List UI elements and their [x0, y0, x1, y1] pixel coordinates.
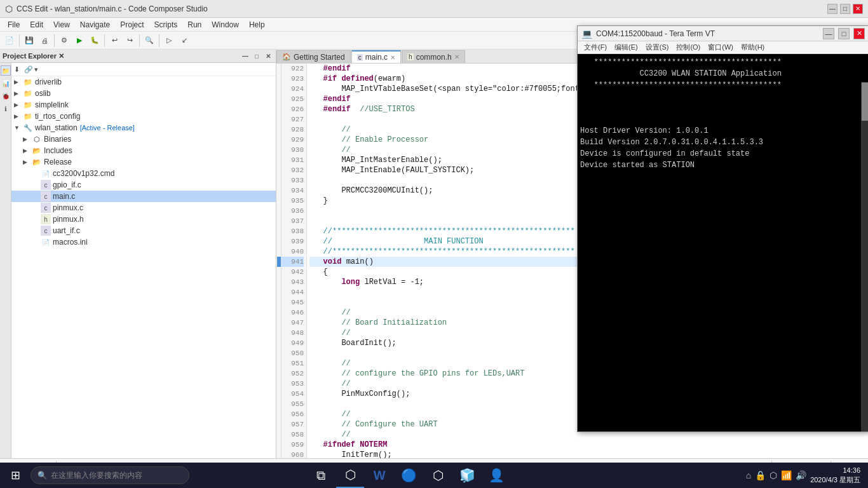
tab-common-h[interactable]: h common.h ✕ — [402, 50, 465, 63]
taskbar-app4[interactable]: 👤 — [482, 463, 510, 488]
time-display: 14:36 2020/4/3 星期五 — [810, 466, 860, 485]
menu-navigate[interactable]: Navigate — [75, 19, 115, 30]
tree-item-includes[interactable]: ▶ 📂 Includes — [11, 145, 276, 156]
tt-maximize[interactable]: □ — [838, 28, 850, 39]
menu-scripts[interactable]: Scripts — [149, 19, 183, 30]
tt-menu-settings[interactable]: 设置(S) — [642, 42, 673, 53]
tab-getting-started[interactable]: 🏠 Getting Started — [276, 50, 351, 63]
tree-arrow: ▶ — [23, 136, 32, 142]
tree-item-cc3200[interactable]: ▶ 📄 cc3200v1p32.cmd — [11, 168, 276, 179]
toolbar-more[interactable]: ▷ — [162, 34, 176, 48]
tree-item-simplelink[interactable]: ▶ 📁 simplelink — [11, 99, 276, 111]
tree-item-pinmux-c[interactable]: ▶ c pinmux.c — [11, 202, 276, 214]
tray-icon-2[interactable]: 🔒 — [755, 470, 766, 480]
menu-view[interactable]: View — [48, 19, 75, 30]
toolbar-more2[interactable]: ↙ — [177, 34, 191, 48]
menu-window[interactable]: Window — [207, 19, 244, 30]
file-tree: ⬇ 🔗 ▾ ▶ 📁 driverlib ▶ 📁 oslib — [11, 63, 276, 458]
toolbar-sep-5 — [159, 34, 159, 47]
file-c-icon: c — [41, 180, 51, 190]
code-line: InitTerm(); — [309, 450, 868, 458]
menu-project[interactable]: Project — [115, 19, 149, 30]
tray-icon-1[interactable]: ⌂ — [746, 470, 751, 480]
tt-menu-window[interactable]: 窗口(W) — [704, 42, 737, 53]
tree-label: Binaries — [44, 135, 71, 144]
taskbar-app1[interactable]: 🔵 — [395, 463, 423, 488]
new-button[interactable]: 📄 — [3, 34, 17, 48]
sidebar-icon-4[interactable]: ℹ — [1, 104, 11, 114]
line-number: 960 — [281, 450, 304, 458]
menu-edit[interactable]: Edit — [25, 19, 48, 30]
tab-close-icon[interactable]: ✕ — [390, 54, 395, 61]
tree-item-oslib[interactable]: ▶ 📁 oslib — [11, 88, 276, 99]
menu-run[interactable]: Run — [182, 19, 207, 30]
debug-button[interactable]: 🐛 — [88, 34, 102, 48]
tree-link-editor[interactable]: 🔗 — [24, 65, 33, 74]
sidebar-icon-1[interactable]: 📁 — [1, 65, 11, 76]
teraterm-scroll-thumb[interactable] — [862, 83, 868, 121]
tree-item-release[interactable]: ▶ 📂 Release — [11, 156, 276, 168]
tt-menu-help[interactable]: 帮助(H) — [737, 42, 768, 53]
taskbar-tray: ⌂ 🔒 ⬡ 📶 🔊 14:36 2020/4/3 星期五 — [746, 466, 865, 485]
start-button[interactable]: ⊞ — [3, 463, 28, 488]
menu-help[interactable]: Help — [244, 19, 270, 30]
tree-arrow: ▶ — [14, 90, 23, 97]
print-button[interactable]: 🖨 — [37, 34, 51, 48]
teraterm-window: 💻 COM4:115200baud - Tera Term VT — □ ✕ 文… — [577, 25, 868, 432]
search-button[interactable]: 🔍 — [142, 34, 156, 48]
tree-collapse-all[interactable]: ⬇ — [14, 65, 23, 74]
tree-menu[interactable]: ▾ — [34, 65, 43, 74]
tree-item-driverlib[interactable]: ▶ 📁 driverlib — [11, 76, 276, 88]
build-button[interactable]: ⚙ — [57, 34, 71, 48]
save-button[interactable]: 💾 — [22, 34, 36, 48]
tab-close-icon[interactable]: ✕ — [454, 53, 459, 60]
taskbar-ccs[interactable]: ⬡ — [336, 463, 364, 488]
tree-label: main.c — [53, 192, 75, 201]
app-icon: ⬡ — [5, 4, 13, 14]
run-button[interactable]: ▶ — [72, 34, 86, 48]
tree-item-main[interactable]: ▶ c main.c — [11, 191, 276, 202]
marker — [276, 165, 281, 175]
teraterm-line: Build Version 2.0.7.0.31.0.0.4.1.1.5.3.3 — [580, 137, 866, 148]
tt-menu-edit[interactable]: 编辑(E) — [611, 42, 642, 53]
tree-item-pinmux-h[interactable]: ▶ h pinmux.h — [11, 214, 276, 225]
teraterm-content[interactable]: ****************************************… — [578, 54, 868, 431]
project-icon: 🔧 — [23, 123, 33, 133]
tt-menu-file[interactable]: 文件(F) — [580, 42, 611, 53]
tt-minimize[interactable]: — — [823, 28, 834, 39]
tray-icon-network[interactable]: 📶 — [781, 470, 792, 480]
tt-close[interactable]: ✕ — [853, 28, 865, 39]
taskbar-task-view[interactable]: ⧉ — [307, 463, 335, 488]
tree-item-gpio-if[interactable]: ▶ c gpio_if.c — [11, 179, 276, 191]
tree-item-uart-if[interactable]: ▶ c uart_if.c — [11, 225, 276, 236]
redo-button[interactable]: ↪ — [123, 34, 137, 48]
panel-minimize[interactable]: — — [240, 51, 250, 61]
taskbar-app3[interactable]: 🧊 — [453, 463, 481, 488]
taskbar-app2[interactable]: ⬡ — [424, 463, 452, 488]
teraterm-scrollbar[interactable] — [861, 82, 868, 431]
maximize-button[interactable]: □ — [840, 4, 850, 14]
teraterm-title-bar: 💻 COM4:115200baud - Tera Term VT — □ ✕ — [578, 26, 868, 41]
tree-label: driverlib — [35, 78, 62, 86]
panel-close[interactable]: ✕ — [263, 51, 273, 61]
taskbar-word[interactable]: W — [365, 463, 393, 488]
close-button[interactable]: ✕ — [853, 4, 863, 14]
tree-item-macros[interactable]: ▶ 📄 macros.ini — [11, 236, 276, 248]
line-number: 946 — [281, 308, 304, 318]
tt-menu-control[interactable]: 控制(O) — [672, 42, 704, 53]
minimize-button[interactable]: — — [827, 4, 837, 14]
tab-main-c[interactable]: c main.c ✕ — [351, 50, 401, 63]
binaries-icon: ⬡ — [32, 134, 42, 144]
sidebar-icon-3[interactable]: 🐞 — [1, 91, 11, 101]
tree-item-ti-rtos[interactable]: ▶ 📁 ti_rtos_config — [11, 111, 276, 122]
sidebar-icon-2[interactable]: 📊 — [1, 78, 11, 88]
tray-icon-volume[interactable]: 🔊 — [796, 470, 806, 480]
undo-button[interactable]: ↩ — [107, 34, 121, 48]
tree-item-wlan-station[interactable]: ▼ 🔧 wlan_station [Active - Release] — [11, 122, 276, 133]
tray-icon-3[interactable]: ⬡ — [770, 470, 777, 480]
line-number: 951 — [281, 358, 304, 369]
menu-file[interactable]: File — [3, 19, 25, 30]
search-bar[interactable]: 🔍 在这里输入你要搜索的内容 — [31, 466, 189, 484]
tree-item-binaries[interactable]: ▶ ⬡ Binaries — [11, 133, 276, 145]
panel-maximize[interactable]: □ — [252, 51, 262, 61]
